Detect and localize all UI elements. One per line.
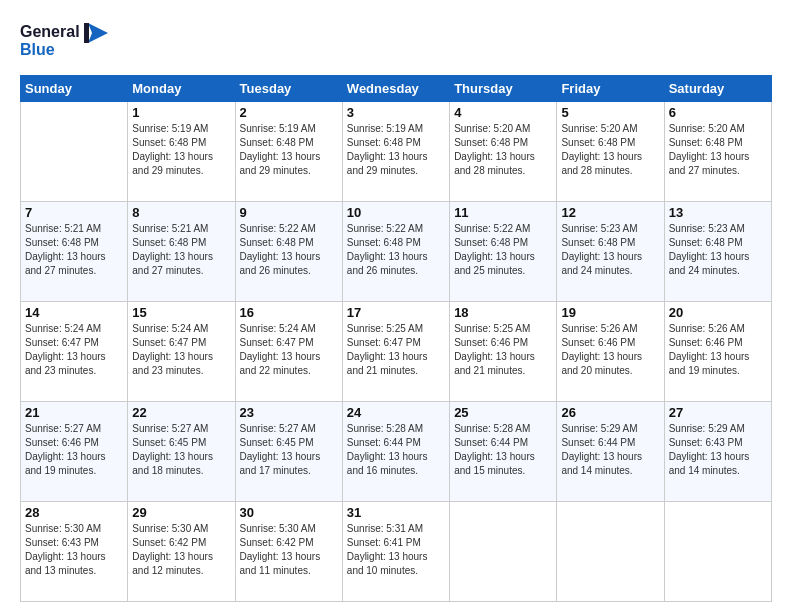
day-info: Sunrise: 5:21 AM Sunset: 6:48 PM Dayligh… [25,222,123,278]
sunrise-label: Sunrise: 5:22 AM [454,223,530,234]
sunset-label: Sunset: 6:46 PM [25,437,99,448]
day-number: 17 [347,305,445,320]
sunrise-label: Sunrise: 5:27 AM [240,423,316,434]
day-info: Sunrise: 5:30 AM Sunset: 6:42 PM Dayligh… [240,522,338,578]
sunset-label: Sunset: 6:43 PM [25,537,99,548]
day-number: 8 [132,205,230,220]
daylight-label: Daylight: 13 hours and 16 minutes. [347,451,428,476]
day-number: 22 [132,405,230,420]
sunrise-label: Sunrise: 5:26 AM [669,323,745,334]
day-info: Sunrise: 5:26 AM Sunset: 6:46 PM Dayligh… [561,322,659,378]
day-info: Sunrise: 5:30 AM Sunset: 6:42 PM Dayligh… [132,522,230,578]
daylight-label: Daylight: 13 hours and 10 minutes. [347,551,428,576]
sunrise-label: Sunrise: 5:30 AM [240,523,316,534]
daylight-label: Daylight: 13 hours and 18 minutes. [132,451,213,476]
day-number: 2 [240,105,338,120]
daylight-label: Daylight: 13 hours and 22 minutes. [240,351,321,376]
day-number: 9 [240,205,338,220]
sunset-label: Sunset: 6:48 PM [132,137,206,148]
day-number: 26 [561,405,659,420]
daylight-label: Daylight: 13 hours and 20 minutes. [561,351,642,376]
sunrise-label: Sunrise: 5:19 AM [347,123,423,134]
sunset-label: Sunset: 6:44 PM [561,437,635,448]
day-info: Sunrise: 5:20 AM Sunset: 6:48 PM Dayligh… [454,122,552,178]
day-cell: 6 Sunrise: 5:20 AM Sunset: 6:48 PM Dayli… [664,102,771,202]
sunset-label: Sunset: 6:48 PM [669,237,743,248]
sunrise-label: Sunrise: 5:23 AM [669,223,745,234]
day-cell: 27 Sunrise: 5:29 AM Sunset: 6:43 PM Dayl… [664,402,771,502]
day-number: 21 [25,405,123,420]
sunrise-label: Sunrise: 5:27 AM [132,423,208,434]
sunset-label: Sunset: 6:47 PM [132,337,206,348]
day-cell: 21 Sunrise: 5:27 AM Sunset: 6:46 PM Dayl… [21,402,128,502]
day-info: Sunrise: 5:28 AM Sunset: 6:44 PM Dayligh… [347,422,445,478]
day-info: Sunrise: 5:22 AM Sunset: 6:48 PM Dayligh… [240,222,338,278]
day-info: Sunrise: 5:31 AM Sunset: 6:41 PM Dayligh… [347,522,445,578]
week-row: 21 Sunrise: 5:27 AM Sunset: 6:46 PM Dayl… [21,402,772,502]
day-info: Sunrise: 5:25 AM Sunset: 6:47 PM Dayligh… [347,322,445,378]
day-info: Sunrise: 5:29 AM Sunset: 6:44 PM Dayligh… [561,422,659,478]
weekday-header: Thursday [450,76,557,102]
daylight-label: Daylight: 13 hours and 19 minutes. [669,351,750,376]
sunset-label: Sunset: 6:48 PM [132,237,206,248]
day-cell: 30 Sunrise: 5:30 AM Sunset: 6:42 PM Dayl… [235,502,342,602]
day-info: Sunrise: 5:23 AM Sunset: 6:48 PM Dayligh… [669,222,767,278]
day-info: Sunrise: 5:26 AM Sunset: 6:46 PM Dayligh… [669,322,767,378]
day-number: 25 [454,405,552,420]
daylight-label: Daylight: 13 hours and 23 minutes. [132,351,213,376]
day-number: 28 [25,505,123,520]
day-cell: 19 Sunrise: 5:26 AM Sunset: 6:46 PM Dayl… [557,302,664,402]
day-number: 10 [347,205,445,220]
day-cell: 12 Sunrise: 5:23 AM Sunset: 6:48 PM Dayl… [557,202,664,302]
header: General Blue [20,15,772,67]
day-number: 31 [347,505,445,520]
daylight-label: Daylight: 13 hours and 23 minutes. [25,351,106,376]
day-cell: 24 Sunrise: 5:28 AM Sunset: 6:44 PM Dayl… [342,402,449,502]
day-cell: 5 Sunrise: 5:20 AM Sunset: 6:48 PM Dayli… [557,102,664,202]
day-cell: 13 Sunrise: 5:23 AM Sunset: 6:48 PM Dayl… [664,202,771,302]
day-info: Sunrise: 5:29 AM Sunset: 6:43 PM Dayligh… [669,422,767,478]
day-cell [21,102,128,202]
sunset-label: Sunset: 6:48 PM [561,137,635,148]
day-number: 6 [669,105,767,120]
day-cell: 20 Sunrise: 5:26 AM Sunset: 6:46 PM Dayl… [664,302,771,402]
day-cell: 2 Sunrise: 5:19 AM Sunset: 6:48 PM Dayli… [235,102,342,202]
svg-marker-2 [88,23,108,43]
daylight-label: Daylight: 13 hours and 24 minutes. [669,251,750,276]
sunrise-label: Sunrise: 5:24 AM [25,323,101,334]
day-cell: 10 Sunrise: 5:22 AM Sunset: 6:48 PM Dayl… [342,202,449,302]
day-cell: 23 Sunrise: 5:27 AM Sunset: 6:45 PM Dayl… [235,402,342,502]
weekday-header-row: SundayMondayTuesdayWednesdayThursdayFrid… [21,76,772,102]
day-number: 14 [25,305,123,320]
daylight-label: Daylight: 13 hours and 25 minutes. [454,251,535,276]
weekday-header: Tuesday [235,76,342,102]
day-number: 27 [669,405,767,420]
day-info: Sunrise: 5:27 AM Sunset: 6:46 PM Dayligh… [25,422,123,478]
sunset-label: Sunset: 6:43 PM [669,437,743,448]
sunset-label: Sunset: 6:47 PM [347,337,421,348]
sunrise-label: Sunrise: 5:21 AM [25,223,101,234]
sunrise-label: Sunrise: 5:29 AM [561,423,637,434]
day-number: 7 [25,205,123,220]
sunset-label: Sunset: 6:48 PM [347,237,421,248]
sunset-label: Sunset: 6:42 PM [240,537,314,548]
day-cell: 8 Sunrise: 5:21 AM Sunset: 6:48 PM Dayli… [128,202,235,302]
day-info: Sunrise: 5:22 AM Sunset: 6:48 PM Dayligh… [454,222,552,278]
day-number: 16 [240,305,338,320]
weekday-header: Monday [128,76,235,102]
sunrise-label: Sunrise: 5:23 AM [561,223,637,234]
daylight-label: Daylight: 13 hours and 17 minutes. [240,451,321,476]
daylight-label: Daylight: 13 hours and 29 minutes. [347,151,428,176]
sunset-label: Sunset: 6:44 PM [454,437,528,448]
sunrise-label: Sunrise: 5:30 AM [132,523,208,534]
page: General Blue SundayMondayTuesdayWednesda… [0,0,792,612]
day-cell: 28 Sunrise: 5:30 AM Sunset: 6:43 PM Dayl… [21,502,128,602]
sunrise-label: Sunrise: 5:25 AM [454,323,530,334]
sunset-label: Sunset: 6:48 PM [347,137,421,148]
week-row: 14 Sunrise: 5:24 AM Sunset: 6:47 PM Dayl… [21,302,772,402]
day-info: Sunrise: 5:19 AM Sunset: 6:48 PM Dayligh… [347,122,445,178]
day-number: 12 [561,205,659,220]
day-cell: 31 Sunrise: 5:31 AM Sunset: 6:41 PM Dayl… [342,502,449,602]
logo: General Blue [20,15,110,67]
day-info: Sunrise: 5:24 AM Sunset: 6:47 PM Dayligh… [132,322,230,378]
